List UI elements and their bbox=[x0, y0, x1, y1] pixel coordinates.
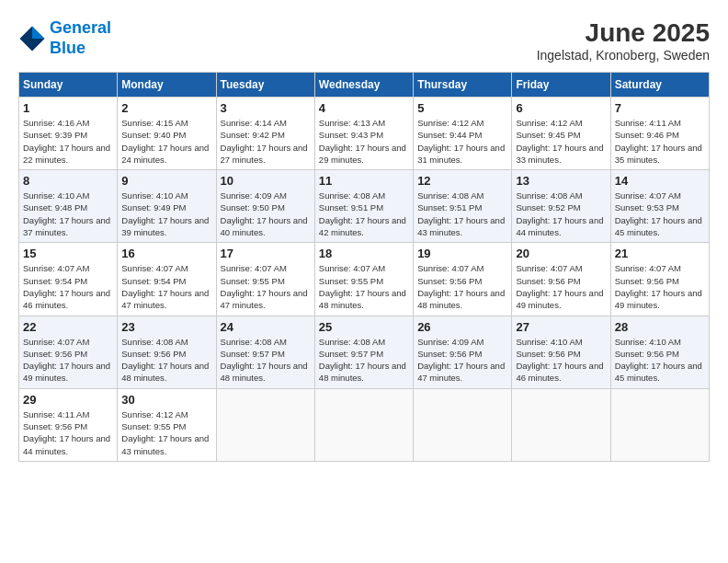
col-tuesday: Tuesday bbox=[216, 73, 314, 98]
day-cell-12: 12Sunrise: 4:08 AMSunset: 9:51 PMDayligh… bbox=[414, 170, 512, 243]
day-number: 14 bbox=[615, 174, 705, 188]
day-cell-25: 25Sunrise: 4:08 AMSunset: 9:57 PMDayligh… bbox=[314, 316, 413, 388]
day-cell-28: 28Sunrise: 4:10 AMSunset: 9:56 PMDayligh… bbox=[610, 316, 709, 388]
day-info: Sunrise: 4:16 AMSunset: 9:39 PMDaylight:… bbox=[23, 117, 113, 166]
day-info: Sunrise: 4:10 AMSunset: 9:56 PMDaylight:… bbox=[516, 336, 606, 385]
day-number: 18 bbox=[319, 247, 409, 260]
empty-cell bbox=[314, 388, 413, 461]
week-row-5: 29Sunrise: 4:11 AMSunset: 9:56 PMDayligh… bbox=[19, 388, 710, 461]
day-cell-22: 22Sunrise: 4:07 AMSunset: 9:56 PMDayligh… bbox=[19, 316, 118, 388]
week-row-1: 1Sunrise: 4:16 AMSunset: 9:39 PMDaylight… bbox=[19, 98, 710, 170]
day-number: 21 bbox=[615, 247, 705, 260]
empty-cell bbox=[414, 388, 512, 461]
day-info: Sunrise: 4:12 AMSunset: 9:44 PMDaylight:… bbox=[417, 117, 507, 166]
day-number: 10 bbox=[221, 174, 311, 188]
day-info: Sunrise: 4:07 AMSunset: 9:55 PMDaylight:… bbox=[221, 262, 311, 311]
empty-cell bbox=[512, 388, 610, 461]
day-cell-20: 20Sunrise: 4:07 AMSunset: 9:56 PMDayligh… bbox=[512, 243, 610, 316]
day-info: Sunrise: 4:07 AMSunset: 9:56 PMDaylight:… bbox=[23, 336, 113, 385]
day-info: Sunrise: 4:09 AMSunset: 9:56 PMDaylight:… bbox=[417, 336, 507, 385]
location-title: Ingelstad, Kronoberg, Sweden bbox=[537, 48, 710, 63]
day-info: Sunrise: 4:11 AMSunset: 9:56 PMDaylight:… bbox=[23, 408, 113, 457]
day-cell-26: 26Sunrise: 4:09 AMSunset: 9:56 PMDayligh… bbox=[414, 316, 512, 388]
svg-marker-1 bbox=[32, 26, 45, 39]
day-info: Sunrise: 4:07 AMSunset: 9:56 PMDaylight:… bbox=[417, 262, 507, 311]
logo-text: General Blue bbox=[50, 18, 111, 58]
calendar-table: Sunday Monday Tuesday Wednesday Thursday… bbox=[18, 72, 710, 462]
day-info: Sunrise: 4:12 AMSunset: 9:45 PMDaylight:… bbox=[516, 117, 606, 166]
day-number: 2 bbox=[121, 101, 211, 115]
day-info: Sunrise: 4:09 AMSunset: 9:50 PMDaylight:… bbox=[221, 190, 311, 238]
day-info: Sunrise: 4:07 AMSunset: 9:56 PMDaylight:… bbox=[516, 262, 606, 311]
empty-cell bbox=[610, 388, 709, 461]
day-info: Sunrise: 4:08 AMSunset: 9:52 PMDaylight:… bbox=[516, 190, 606, 238]
day-cell-6: 6Sunrise: 4:12 AMSunset: 9:45 PMDaylight… bbox=[512, 98, 610, 170]
day-number: 4 bbox=[319, 101, 409, 115]
day-info: Sunrise: 4:07 AMSunset: 9:56 PMDaylight:… bbox=[615, 262, 705, 311]
day-number: 13 bbox=[516, 174, 606, 188]
header: General Blue June 2025 Ingelstad, Kronob… bbox=[18, 18, 710, 63]
day-info: Sunrise: 4:15 AMSunset: 9:40 PMDaylight:… bbox=[121, 117, 211, 166]
day-number: 23 bbox=[121, 320, 211, 334]
day-number: 8 bbox=[23, 174, 113, 188]
day-number: 5 bbox=[417, 101, 507, 115]
day-number: 28 bbox=[615, 320, 705, 334]
day-cell-30: 30Sunrise: 4:12 AMSunset: 9:55 PMDayligh… bbox=[118, 388, 216, 461]
day-cell-1: 1Sunrise: 4:16 AMSunset: 9:39 PMDaylight… bbox=[19, 98, 118, 170]
day-cell-2: 2Sunrise: 4:15 AMSunset: 9:40 PMDaylight… bbox=[118, 98, 216, 170]
day-number: 26 bbox=[417, 320, 507, 334]
day-cell-29: 29Sunrise: 4:11 AMSunset: 9:56 PMDayligh… bbox=[19, 388, 118, 461]
day-number: 19 bbox=[417, 247, 507, 260]
day-cell-3: 3Sunrise: 4:14 AMSunset: 9:42 PMDaylight… bbox=[216, 98, 314, 170]
day-info: Sunrise: 4:08 AMSunset: 9:57 PMDaylight:… bbox=[221, 336, 311, 385]
col-wednesday: Wednesday bbox=[314, 73, 413, 98]
day-number: 22 bbox=[23, 320, 113, 334]
header-row: Sunday Monday Tuesday Wednesday Thursday… bbox=[19, 73, 710, 98]
day-number: 3 bbox=[221, 101, 311, 115]
day-number: 16 bbox=[121, 247, 211, 260]
day-info: Sunrise: 4:08 AMSunset: 9:51 PMDaylight:… bbox=[319, 190, 409, 238]
day-number: 24 bbox=[221, 320, 311, 334]
day-number: 11 bbox=[319, 174, 409, 188]
logo: General Blue bbox=[18, 18, 111, 58]
day-number: 9 bbox=[121, 174, 211, 188]
month-title: June 2025 bbox=[537, 18, 710, 48]
day-number: 15 bbox=[23, 247, 113, 260]
day-number: 17 bbox=[221, 247, 311, 260]
day-cell-14: 14Sunrise: 4:07 AMSunset: 9:53 PMDayligh… bbox=[610, 170, 709, 243]
day-info: Sunrise: 4:08 AMSunset: 9:57 PMDaylight:… bbox=[319, 336, 409, 385]
day-info: Sunrise: 4:07 AMSunset: 9:53 PMDaylight:… bbox=[615, 190, 705, 238]
col-friday: Friday bbox=[512, 73, 610, 98]
day-info: Sunrise: 4:10 AMSunset: 9:49 PMDaylight:… bbox=[121, 190, 211, 238]
col-saturday: Saturday bbox=[610, 73, 709, 98]
day-cell-19: 19Sunrise: 4:07 AMSunset: 9:56 PMDayligh… bbox=[414, 243, 512, 316]
empty-cell bbox=[216, 388, 314, 461]
day-cell-11: 11Sunrise: 4:08 AMSunset: 9:51 PMDayligh… bbox=[314, 170, 413, 243]
day-cell-9: 9Sunrise: 4:10 AMSunset: 9:49 PMDaylight… bbox=[118, 170, 216, 243]
day-cell-18: 18Sunrise: 4:07 AMSunset: 9:55 PMDayligh… bbox=[314, 243, 413, 316]
day-number: 12 bbox=[417, 174, 507, 188]
day-number: 6 bbox=[516, 101, 606, 115]
day-cell-5: 5Sunrise: 4:12 AMSunset: 9:44 PMDaylight… bbox=[414, 98, 512, 170]
col-thursday: Thursday bbox=[414, 73, 512, 98]
day-cell-10: 10Sunrise: 4:09 AMSunset: 9:50 PMDayligh… bbox=[216, 170, 314, 243]
day-cell-16: 16Sunrise: 4:07 AMSunset: 9:54 PMDayligh… bbox=[118, 243, 216, 316]
day-info: Sunrise: 4:07 AMSunset: 9:54 PMDaylight:… bbox=[23, 262, 113, 311]
day-info: Sunrise: 4:11 AMSunset: 9:46 PMDaylight:… bbox=[615, 117, 705, 166]
title-area: June 2025 Ingelstad, Kronoberg, Sweden bbox=[537, 18, 710, 63]
day-number: 27 bbox=[516, 320, 606, 334]
day-cell-13: 13Sunrise: 4:08 AMSunset: 9:52 PMDayligh… bbox=[512, 170, 610, 243]
day-cell-17: 17Sunrise: 4:07 AMSunset: 9:55 PMDayligh… bbox=[216, 243, 314, 316]
day-info: Sunrise: 4:10 AMSunset: 9:56 PMDaylight:… bbox=[615, 336, 705, 385]
day-info: Sunrise: 4:08 AMSunset: 9:56 PMDaylight:… bbox=[121, 336, 211, 385]
day-info: Sunrise: 4:10 AMSunset: 9:48 PMDaylight:… bbox=[23, 190, 113, 238]
day-info: Sunrise: 4:07 AMSunset: 9:54 PMDaylight:… bbox=[121, 262, 211, 311]
day-number: 1 bbox=[23, 101, 113, 115]
day-cell-24: 24Sunrise: 4:08 AMSunset: 9:57 PMDayligh… bbox=[216, 316, 314, 388]
day-cell-7: 7Sunrise: 4:11 AMSunset: 9:46 PMDaylight… bbox=[610, 98, 709, 170]
day-number: 30 bbox=[121, 393, 211, 407]
week-row-3: 15Sunrise: 4:07 AMSunset: 9:54 PMDayligh… bbox=[19, 243, 710, 316]
week-row-2: 8Sunrise: 4:10 AMSunset: 9:48 PMDaylight… bbox=[19, 170, 710, 243]
day-info: Sunrise: 4:07 AMSunset: 9:55 PMDaylight:… bbox=[319, 262, 409, 311]
day-number: 20 bbox=[516, 247, 606, 260]
